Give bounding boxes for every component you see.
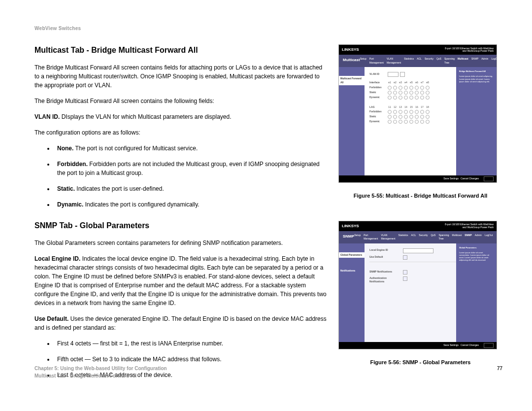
- page-footer: Chapter 5: Using the Web-based Utility f…: [34, 365, 502, 379]
- main-text-column: Multicast Tab - Bridge Multicast Forward…: [34, 44, 328, 386]
- fig55-side-tab: Multicast Forward All: [339, 76, 365, 85]
- product-name: 8-port 10/100 Ethernet Switch with WebVi…: [445, 47, 494, 53]
- product-name: 8-port 10/100 Ethernet Switch with WebVi…: [445, 223, 494, 229]
- fig56-info: Global Parameters Lorem ipsum dolor sit …: [456, 243, 497, 342]
- figure-5-56: LINKSYS 8-port 10/100 Ethernet Switch wi…: [338, 221, 497, 349]
- figure-5-55: LINKSYS 8-port 10/100 Ethernet Switch wi…: [338, 44, 497, 183]
- top-tabs: SetupPortManagementVLANManagementStatist…: [360, 57, 499, 65]
- cisco-logo: [484, 176, 494, 181]
- running-header: WebView Switches: [34, 25, 502, 32]
- save-button: Save Settings: [443, 343, 459, 347]
- fig56-side-title: SNMP: [343, 234, 354, 241]
- fig55-info: Bridge Multicast Forward All Lorem ipsum…: [456, 67, 497, 175]
- section1-fields-intro: The Bridge Multicast Forward All screen …: [34, 97, 328, 105]
- use-default: Use Default. Uses the device generated E…: [34, 314, 328, 332]
- page-number: 77: [497, 365, 502, 379]
- fig56-side-tab2: Notifications: [339, 268, 365, 274]
- cisco-logo: [484, 343, 494, 348]
- bullet-octets2: Fifth octet — Set to 3 to indicate the M…: [54, 355, 328, 364]
- vlan-id-line: VLAN ID. DIsplays the VLAN for which Mul…: [34, 112, 328, 121]
- fig56-side-tab: Global Parameters: [339, 252, 365, 258]
- opt-none: None. The port is not configured for Mul…: [54, 144, 328, 153]
- opt-forbidden: Forbidden. Forbidden ports are not inclu…: [54, 160, 328, 177]
- config-options-list: None. The port is not configured for Mul…: [34, 144, 328, 209]
- fig55-side-title: Multicast: [343, 57, 360, 65]
- config-intro: The configuration options are as follows…: [34, 128, 328, 137]
- section1-intro: The Bridge Multicast Forward All screen …: [34, 63, 328, 90]
- figures-column: LINKSYS 8-port 10/100 Ethernet Switch wi…: [338, 44, 502, 386]
- save-button: Save Settings: [443, 177, 459, 181]
- bullet-octets1: First 4 octets — first bit = 1, the rest…: [54, 339, 328, 348]
- figure-5-55-caption: Figure 5-55: Multicast - Bridge Multicas…: [338, 192, 502, 200]
- section2-intro: The Global Parameters screen contains pa…: [34, 239, 328, 247]
- footer-chapter: Chapter 5: Using the Web-based Utility f…: [34, 365, 167, 372]
- top-tabs: SetupPortManagementVLANManagementStatist…: [354, 234, 493, 241]
- footer-section: Multicast Tab - Bridge Multicast Forward…: [34, 372, 167, 379]
- cancel-button: Cancel Changes: [461, 343, 479, 347]
- opt-dynamic: Dynamic. Indicates the port is configure…: [54, 200, 328, 209]
- brand-logo: LINKSYS: [342, 223, 359, 229]
- section2-title: SNMP Tab - Global Parameters: [34, 220, 328, 232]
- local-engine-id: Local Engine ID. Indicates the local dev…: [34, 254, 328, 308]
- section1-title: Multicast Tab - Bridge Multicast Forward…: [34, 44, 328, 56]
- brand-logo: LINKSYS: [342, 47, 359, 53]
- cancel-button: Cancel Changes: [461, 177, 479, 181]
- opt-static: Static. Indicates the port is user-defin…: [54, 184, 328, 193]
